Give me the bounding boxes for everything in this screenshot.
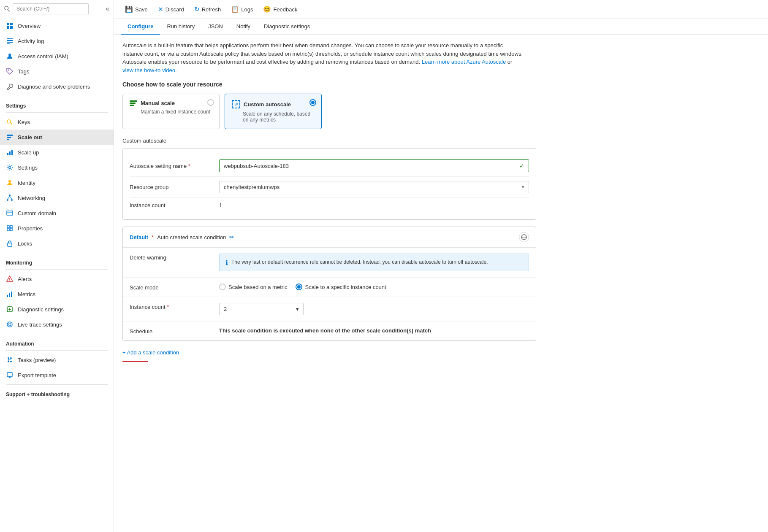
schedule-label: Schedule [130, 327, 214, 335]
sidebar-item-scale-out[interactable]: Scale out [0, 130, 114, 145]
delete-warning-label: Delete warning [130, 254, 214, 261]
diagnostic-icon [6, 305, 14, 313]
sidebar-item-live-trace[interactable]: Live trace settings [0, 317, 114, 332]
view-video-link[interactable]: view the how-to video [122, 67, 175, 73]
sidebar-item-activity-log[interactable]: Activity log [0, 33, 114, 49]
svg-point-41 [7, 322, 12, 327]
condition-instance-count-value[interactable]: 2 ▾ [219, 303, 529, 315]
save-button[interactable]: 💾 Save [121, 3, 152, 15]
sidebar-item-overview[interactable]: Overview [0, 18, 114, 33]
feedback-button[interactable]: 😊 Feedback [259, 3, 301, 15]
scale-mode-metric-option[interactable]: Scale based on a metric [219, 284, 287, 290]
svg-rect-30 [7, 229, 9, 231]
alert-icon [6, 275, 14, 283]
sidebar-item-diagnostic-settings[interactable]: Diagnostic settings [0, 302, 114, 317]
resource-group-value[interactable]: chenyltestpremiumwps ▾ [219, 181, 529, 193]
svg-rect-28 [7, 226, 9, 228]
manual-scale-header: Manual scale [130, 100, 212, 106]
sidebar-item-access-control[interactable]: Access control (IAM) [0, 49, 114, 64]
delete-warning-value: ℹ The very last or default recurrence ru… [219, 254, 529, 271]
condition-default-label: Default [130, 234, 148, 240]
manual-scale-radio[interactable] [207, 99, 214, 106]
condition-disable-button[interactable] [519, 232, 529, 242]
logs-button[interactable]: 📋 Logs [227, 3, 257, 15]
learn-more-link[interactable]: Learn more about Azure Autoscale [422, 59, 506, 65]
sidebar-item-tags[interactable]: Tags [0, 64, 114, 79]
sidebar-item-networking[interactable]: Networking [0, 190, 114, 205]
sidebar-collapse-button[interactable]: « [106, 5, 109, 13]
custom-autoscale-radio[interactable] [309, 99, 316, 106]
scale-mode-metric-radio[interactable] [219, 284, 226, 290]
sidebar-item-locks[interactable]: Locks [0, 236, 114, 251]
sidebar-item-label: Tasks (preview) [18, 357, 56, 363]
svg-rect-35 [7, 295, 8, 297]
condition-edit-icon[interactable]: ✏ [229, 234, 234, 240]
svg-rect-29 [10, 226, 12, 228]
sidebar-item-alerts[interactable]: Alerts [0, 271, 114, 286]
identity-icon [6, 179, 14, 186]
resource-group-select[interactable]: chenyltestpremiumwps ▾ [219, 181, 529, 193]
sidebar-item-custom-domain[interactable]: Custom domain [0, 205, 114, 221]
sidebar-item-label: Live trace settings [18, 321, 62, 328]
instance-count-value: 1 [219, 202, 529, 208]
sidebar-item-metrics[interactable]: Metrics [0, 286, 114, 302]
svg-rect-3 [10, 23, 13, 25]
scale-mode-instance-radio[interactable] [296, 284, 302, 290]
manual-scale-title: Manual scale [141, 100, 175, 106]
sidebar-item-identity[interactable]: Identity [0, 175, 114, 190]
sidebar-item-scale-up[interactable]: Scale up [0, 145, 114, 160]
custom-autoscale-card[interactable]: ↗ Custom autoscale Scale on any schedule… [225, 94, 322, 129]
info-icon: ℹ [225, 259, 228, 267]
sidebar-item-settings[interactable]: Settings [0, 160, 114, 175]
sidebar-search-input[interactable] [13, 3, 89, 14]
tag-icon [6, 68, 14, 75]
svg-point-23 [11, 199, 13, 201]
sidebar-item-label: Scale up [18, 149, 39, 156]
grid-icon [6, 22, 14, 30]
export-icon [6, 371, 14, 379]
sidebar-item-diagnose[interactable]: Diagnose and solve problems [0, 79, 114, 94]
sidebar-item-keys[interactable]: Keys [0, 114, 114, 130]
svg-rect-2 [7, 23, 9, 25]
lock-icon [6, 240, 14, 247]
svg-point-43 [8, 357, 9, 359]
list-icon [6, 37, 14, 45]
svg-point-21 [9, 194, 11, 196]
refresh-button[interactable]: ↻ Refresh [190, 3, 225, 15]
sidebar-item-label: Identity [18, 180, 35, 186]
scale-condition-panel: Default * Auto created scale condition ✏… [122, 227, 536, 341]
condition-instance-count-row: Instance count * 2 ▾ [123, 297, 536, 321]
tab-configure[interactable]: Configure [121, 19, 160, 35]
key-icon [6, 118, 14, 126]
tab-diagnostic-settings[interactable]: Diagnostic settings [257, 19, 317, 35]
sidebar-item-tasks[interactable]: Tasks (preview) [0, 352, 114, 367]
svg-point-20 [8, 180, 11, 183]
svg-rect-17 [9, 151, 11, 155]
autoscale-name-value[interactable]: webpubsub-Autoscale-183 ✓ [219, 159, 529, 172]
schedule-text: This scale condition is executed when no… [219, 327, 431, 334]
sidebar-item-label: Properties [18, 225, 43, 232]
svg-point-46 [10, 361, 12, 362]
svg-point-45 [8, 361, 9, 362]
toolbar: 💾 Save ✕ Discard ↻ Refresh 📋 Logs 😊 Feed… [114, 0, 768, 19]
scale-mode-instance-option[interactable]: Scale to a specific instance count [296, 284, 386, 290]
tab-json[interactable]: JSON [201, 19, 230, 35]
autoscale-name-select[interactable]: webpubsub-Autoscale-183 ✓ [219, 159, 529, 172]
svg-rect-6 [7, 38, 13, 39]
scale-mode-label: Scale mode [130, 284, 214, 291]
custom-autoscale-section-label: Custom autoscale [122, 138, 760, 144]
info-box: ℹ The very last or default recurrence ru… [219, 254, 529, 271]
tab-notify[interactable]: Notify [230, 19, 257, 35]
sidebar-item-export-template[interactable]: Export template [0, 367, 114, 383]
instance-count-select[interactable]: 2 ▾ [219, 303, 304, 315]
discard-button[interactable]: ✕ Discard [154, 3, 188, 15]
sidebar-item-properties[interactable]: Properties [0, 221, 114, 236]
instance-dropdown-icon: ▾ [296, 306, 299, 312]
add-scale-condition-button[interactable]: + Add a scale condition [122, 348, 179, 357]
manual-scale-card[interactable]: Manual scale Maintain a fixed instance c… [122, 94, 220, 129]
condition-instance-count-label: Instance count * [130, 303, 214, 310]
condition-header: Default * Auto created scale condition ✏ [123, 227, 536, 248]
tab-run-history[interactable]: Run history [160, 19, 201, 35]
svg-rect-16 [7, 153, 8, 155]
feedback-icon: 😊 [263, 5, 271, 13]
